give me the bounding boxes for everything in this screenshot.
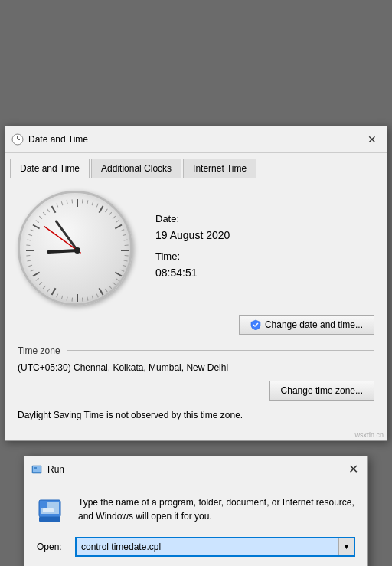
- time-label: Time:: [155, 250, 230, 262]
- svg-rect-69: [34, 467, 37, 469]
- svg-line-28: [124, 260, 128, 260]
- svg-line-40: [67, 296, 67, 300]
- svg-line-20: [109, 212, 111, 215]
- svg-point-66: [74, 247, 80, 254]
- timezone-value: (UTC+05:30) Chennai, Kolkata, Mumbai, Ne…: [18, 362, 374, 373]
- analog-clock: [18, 191, 132, 306]
- svg-line-35: [96, 293, 98, 297]
- svg-rect-72: [41, 502, 47, 508]
- svg-line-38: [82, 297, 83, 301]
- svg-line-22: [116, 220, 119, 222]
- tab-content: Date: 19 August 2020 Time: 08:54:51 Chan…: [5, 178, 387, 440]
- window-title: Date and Time: [28, 134, 364, 145]
- svg-line-62: [72, 199, 73, 203]
- watermark: wsxdn.cn: [354, 431, 384, 439]
- svg-line-48: [28, 265, 32, 267]
- svg-line-26: [125, 244, 129, 245]
- main-window: Date and Time ✕ Date and Time Additional…: [5, 126, 387, 441]
- svg-line-14: [52, 205, 56, 212]
- date-label: Date:: [155, 213, 230, 224]
- svg-line-17: [92, 201, 93, 205]
- run-title-bar: Run ✕: [24, 456, 368, 483]
- svg-line-59: [57, 203, 58, 207]
- svg-line-63: [48, 250, 77, 252]
- svg-line-29: [122, 265, 126, 267]
- svg-line-54: [31, 229, 34, 231]
- run-open-label: Open:: [37, 541, 75, 552]
- svg-line-7: [115, 272, 122, 276]
- svg-line-32: [113, 282, 116, 284]
- svg-line-31: [116, 278, 119, 280]
- run-program-icon: [37, 496, 67, 526]
- datetime-section: Date: 19 August 2020 Time: 08:54:51: [18, 191, 374, 306]
- svg-line-60: [61, 201, 63, 205]
- svg-line-53: [28, 234, 32, 236]
- clock-face: [18, 191, 132, 306]
- run-title: Run: [47, 464, 345, 475]
- svg-line-46: [36, 278, 39, 280]
- run-open-row: Open: ▼: [37, 537, 355, 557]
- svg-line-51: [26, 244, 30, 245]
- svg-line-45: [39, 282, 42, 284]
- run-dialog: Run ✕ Type the name of a program, folder…: [24, 456, 368, 567]
- svg-line-16: [87, 200, 88, 204]
- svg-line-23: [121, 229, 125, 231]
- run-command-input[interactable]: [77, 539, 338, 555]
- run-input-container: ▼: [75, 537, 355, 557]
- close-button[interactable]: ✕: [364, 131, 381, 148]
- svg-line-47: [31, 270, 34, 271]
- tab-internet-time[interactable]: Internet Time: [183, 159, 256, 178]
- clock-ticks: [20, 193, 135, 308]
- svg-line-43: [47, 289, 50, 292]
- svg-line-5: [115, 224, 122, 228]
- svg-line-18: [96, 203, 98, 207]
- svg-line-13: [33, 224, 40, 228]
- svg-line-61: [67, 200, 67, 204]
- run-close-button[interactable]: ✕: [345, 461, 361, 478]
- timezone-section-title: Time zone: [18, 345, 374, 356]
- dst-text: Daylight Saving Time is not observed by …: [18, 410, 374, 420]
- run-icon: [31, 463, 43, 476]
- svg-line-15: [82, 199, 83, 203]
- tab-date-time[interactable]: Date and Time: [10, 159, 90, 178]
- svg-line-50: [26, 255, 30, 256]
- svg-line-4: [100, 205, 103, 212]
- date-value: 19 August 2020: [155, 229, 230, 241]
- tab-additional-clocks[interactable]: Additional Clocks: [91, 159, 181, 178]
- run-info: Type the name of a program, folder, docu…: [37, 496, 355, 526]
- change-timezone-button[interactable]: Change time zone...: [270, 381, 374, 401]
- svg-line-49: [27, 260, 31, 260]
- run-description: Type the name of a program, folder, docu…: [78, 496, 355, 523]
- svg-line-57: [43, 212, 45, 215]
- title-bar: Date and Time ✕: [5, 126, 387, 153]
- svg-line-25: [124, 240, 128, 240]
- svg-line-39: [72, 297, 73, 301]
- svg-line-19: [105, 208, 107, 211]
- svg-line-24: [122, 234, 126, 236]
- svg-line-55: [36, 220, 39, 222]
- svg-rect-74: [43, 508, 54, 512]
- svg-line-33: [109, 286, 111, 289]
- svg-line-42: [57, 293, 58, 297]
- svg-line-34: [105, 289, 107, 292]
- svg-rect-73: [39, 517, 60, 522]
- svg-line-8: [100, 288, 103, 295]
- svg-line-36: [92, 295, 93, 299]
- time-value: 08:54:51: [155, 267, 230, 279]
- svg-line-44: [43, 286, 45, 289]
- svg-line-56: [39, 216, 42, 218]
- svg-line-30: [121, 270, 125, 271]
- svg-line-41: [61, 295, 63, 299]
- svg-line-37: [87, 296, 88, 300]
- clock-icon: [11, 133, 24, 146]
- date-info: Date: 19 August 2020 Time: 08:54:51: [155, 213, 230, 283]
- run-dropdown-button[interactable]: ▼: [338, 538, 354, 555]
- svg-line-11: [33, 272, 40, 276]
- svg-line-52: [27, 240, 31, 240]
- change-datetime-button[interactable]: Change date and time...: [239, 315, 374, 335]
- svg-line-58: [47, 208, 50, 211]
- svg-line-21: [113, 216, 116, 218]
- shield-icon: [250, 319, 261, 330]
- change-datetime-row: Change date and time...: [18, 315, 374, 335]
- change-timezone-row: Change time zone...: [18, 381, 374, 401]
